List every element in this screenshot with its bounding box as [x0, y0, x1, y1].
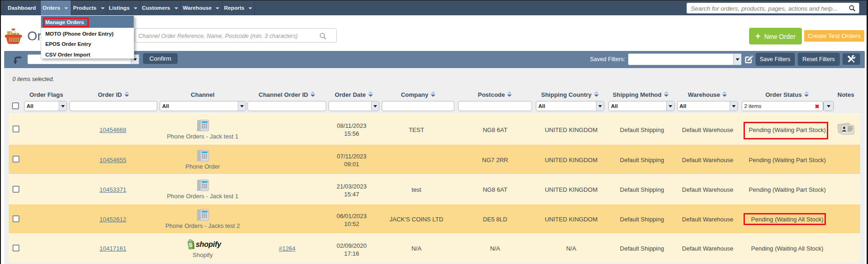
svg-text:S: S [188, 242, 192, 249]
